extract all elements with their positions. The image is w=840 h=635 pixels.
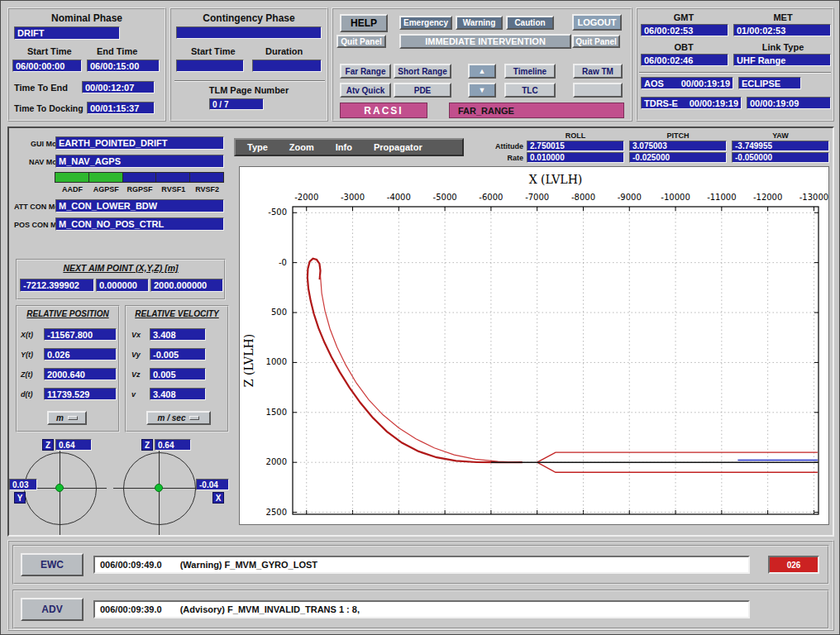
- time-to-end-value: 00/00:12:07: [82, 81, 155, 93]
- logout-button[interactable]: LOGOUT: [572, 14, 622, 31]
- tlm-page-value: 0 / 7: [209, 98, 264, 110]
- control-panel: HELP Emergency Warning Caution LOGOUT Qu…: [332, 7, 632, 122]
- quit-panel-button-right[interactable]: Quit Panel: [572, 35, 620, 48]
- menu-type[interactable]: Type: [247, 142, 268, 152]
- help-button[interactable]: HELP: [340, 14, 388, 32]
- time-to-docking-value: 00/01:15:37: [87, 102, 155, 114]
- plot-menu-bar: Type Zoom Info Propagator: [234, 138, 464, 156]
- svg-text:-7000: -7000: [525, 193, 549, 202]
- relative-velocity-title: RELATIVE VELOCITY: [126, 309, 227, 318]
- attitude-rate-block: Attitude Rate ROLL 2.750015 0.010000 PIT…: [494, 131, 829, 166]
- svg-text:500: 500: [271, 308, 287, 317]
- nominal-start-label: Start Time: [27, 46, 72, 56]
- ewc-message-time: 006/00:09:49.0: [100, 560, 162, 570]
- roll-rate-value: 0.010000: [527, 152, 624, 163]
- nav-flag-aadf: [55, 172, 89, 183]
- scroll-down-button[interactable]: ▼: [468, 83, 496, 98]
- menu-info[interactable]: Info: [336, 142, 352, 152]
- roll-attitude-value: 2.750015: [527, 141, 624, 151]
- met-label: MET: [733, 12, 833, 22]
- svg-text:-13000: -13000: [799, 193, 828, 202]
- xz-gauge-x-value: -0.04: [196, 479, 229, 490]
- xz-gauge-marker: [155, 484, 163, 492]
- atv-quick-button[interactable]: Atv Quick: [340, 83, 391, 98]
- ewc-message-field: 006/00:09:49.0 (Warning) F_MVM_GYRO_LOST: [93, 556, 750, 574]
- menu-zoom[interactable]: Zoom: [289, 142, 314, 152]
- ewc-alert-counter: 026: [768, 556, 819, 574]
- nominal-start-value: 06/00:00:00: [12, 60, 82, 72]
- zt-label: Z(t): [21, 370, 33, 379]
- eclipse-indicator: ECLIPSE: [738, 77, 801, 89]
- next-aim-point-title: NEXT AIM POINT (X,Y,Z) [m]: [17, 263, 224, 273]
- rate-label: Rate: [494, 154, 523, 162]
- position-unit-label: m: [56, 413, 64, 423]
- scroll-up-button[interactable]: ▲: [468, 64, 496, 79]
- x-axis-label: X: [212, 492, 224, 504]
- position-unit-dropdown[interactable]: m: [47, 411, 87, 425]
- caution-button[interactable]: Caution: [506, 16, 554, 30]
- yz-gauge-z-value: 0.64: [55, 439, 92, 451]
- vx-value: 3.408: [150, 328, 206, 341]
- gmt-value: 06/00:02:53: [641, 24, 728, 36]
- nav-flag-rgpsf: [122, 172, 157, 183]
- nav-flag-label: RVSF1: [156, 185, 190, 193]
- contingency-start-label: Start Time: [191, 46, 236, 56]
- adv-message-text: (Advisory) F_MVM_INVALID_TRANS 1 : 8,: [180, 604, 360, 614]
- relative-position-panel: RELATIVE POSITION X(t) -11567.800 Y(t) 0…: [16, 305, 120, 432]
- pde-button[interactable]: PDE: [394, 83, 451, 98]
- v-value: 3.408: [150, 388, 206, 400]
- svg-text:1500: 1500: [266, 408, 287, 417]
- quit-panel-button-left[interactable]: Quit Panel: [336, 35, 386, 48]
- raw-tm-button[interactable]: Raw TM: [573, 64, 623, 79]
- nav-flag-label: RGPSF: [123, 185, 157, 193]
- attitude-label: Attitude: [494, 142, 523, 150]
- vz-label: Vz: [131, 370, 141, 379]
- nav-flag-label: AGPSF: [89, 185, 123, 193]
- yaw-attitude-value: -3.749955: [732, 141, 829, 151]
- trajectory-plot: -2000-3000-4000-5000-6000-7000-8000-9000…: [240, 167, 830, 524]
- svg-text:-9000: -9000: [618, 193, 642, 202]
- roll-header: ROLL: [527, 131, 624, 140]
- pitch-rate-value: -0.025000: [629, 152, 727, 163]
- obt-value: 06/00:02:46: [641, 54, 728, 66]
- svg-text:-2000: -2000: [294, 193, 318, 202]
- warning-button[interactable]: Warning: [456, 16, 503, 30]
- svg-text:-3000: -3000: [341, 193, 365, 202]
- met-value: 01/00:02:53: [733, 24, 831, 36]
- nav-flag-rvsf1: [155, 172, 190, 183]
- time-to-end-label: Time To End: [14, 83, 68, 93]
- dt-value: 11739.529: [44, 388, 117, 400]
- svg-text:-4000: -4000: [387, 193, 411, 202]
- svg-text:2500: 2500: [266, 508, 287, 517]
- link-type-value: UHF Range: [733, 54, 831, 66]
- ewc-button[interactable]: EWC: [21, 553, 84, 576]
- emergency-button[interactable]: Emergency: [399, 16, 452, 30]
- message-panel: EWC 006/00:09:49.0 (Warning) F_MVM_GYRO_…: [7, 540, 834, 631]
- next-aim-x-value: -7212.399902: [20, 279, 94, 292]
- contingency-duration-label: Duration: [265, 46, 303, 56]
- option-menu-icon: [68, 416, 78, 420]
- blank-button[interactable]: [573, 83, 623, 98]
- contingency-start-value: [176, 60, 244, 72]
- adv-button[interactable]: ADV: [21, 598, 84, 621]
- immediate-intervention-button[interactable]: IMMEDIATE INTERVENTION: [399, 34, 571, 49]
- next-aim-y-value: 0.000000: [96, 279, 149, 292]
- ewc-row: EWC 006/00:09:49.0 (Warning) F_MVM_GYRO_…: [12, 545, 829, 585]
- far-range-button[interactable]: Far Range: [340, 64, 391, 79]
- tlc-button[interactable]: TLC: [504, 83, 556, 98]
- nominal-phase-panel: Nominal Phase DRIFT Start Time End Time …: [7, 7, 166, 122]
- tdrs-field: TDRS-E 00/00:19:19: [641, 97, 742, 109]
- menu-propagator[interactable]: Propagator: [374, 142, 422, 152]
- timeline-button[interactable]: Timeline: [504, 64, 556, 79]
- adv-row: ADV 006/00:09:39.0 (Advisory) F_MVM_INVA…: [12, 590, 829, 629]
- att-con-mode-value: M_CON_LOWER_BDW: [55, 199, 224, 212]
- svg-text:-11000: -11000: [707, 193, 736, 202]
- svg-text:-10000: -10000: [661, 193, 690, 202]
- vy-label: Vy: [131, 351, 141, 359]
- nav-mode-value: M_NAV_AGPS: [55, 155, 224, 168]
- relative-velocity-panel: RELATIVE VELOCITY Vx 3.408 Vy -0.005 Vz …: [125, 305, 229, 432]
- short-range-button[interactable]: Short Range: [394, 64, 451, 79]
- xt-value: -11567.800: [44, 328, 117, 341]
- aos-value: 00/00:19:19: [681, 78, 730, 89]
- velocity-unit-dropdown[interactable]: m / sec: [146, 411, 211, 425]
